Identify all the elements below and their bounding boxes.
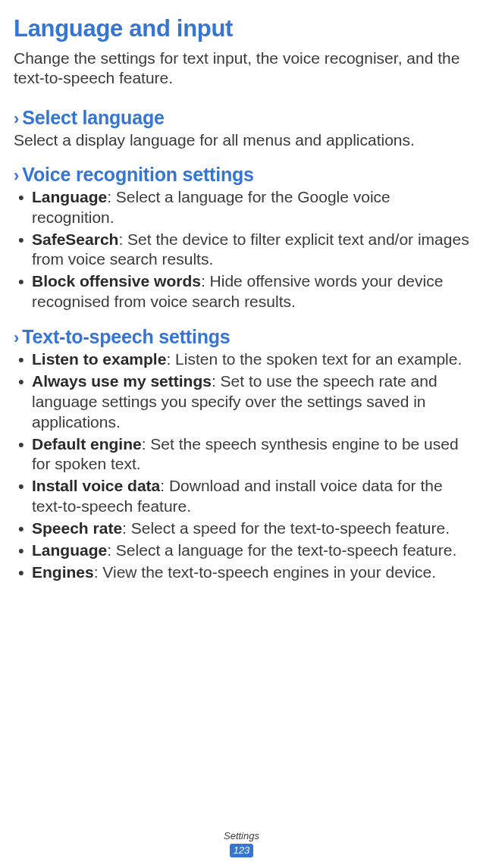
list-item: Default engine: Set the speech synthesis… bbox=[14, 434, 469, 475]
item-term: SafeSearch bbox=[32, 230, 118, 248]
section-tts: › Text-to-speech settings Listen to exam… bbox=[14, 326, 469, 583]
item-term: Engines bbox=[32, 563, 94, 581]
list-item: Listen to example: Listen to the spoken … bbox=[14, 349, 469, 370]
list-item: Block offensive words: Hide offensive wo… bbox=[14, 271, 469, 312]
subheading-row: › Text-to-speech settings bbox=[14, 326, 469, 348]
tts-list: Listen to example: Listen to the spoken … bbox=[14, 349, 469, 583]
subheading-select-language: Select language bbox=[22, 107, 164, 129]
subheading-row: › Select language bbox=[14, 107, 469, 129]
page-number-badge: 123 bbox=[230, 844, 254, 857]
list-item: Engines: View the text-to-speech engines… bbox=[14, 562, 469, 583]
subheading-row: › Voice recognition settings bbox=[14, 164, 469, 186]
chevron-icon: › bbox=[14, 168, 19, 184]
intro-text: Change the settings for text input, the … bbox=[14, 49, 469, 89]
select-language-desc: Select a display language for all menus … bbox=[14, 130, 469, 150]
item-term: Speech rate bbox=[32, 519, 122, 537]
list-item: Language: Select a language for the text… bbox=[14, 541, 469, 561]
item-term: Default engine bbox=[32, 435, 142, 453]
subheading-voice-recognition: Voice recognition settings bbox=[22, 164, 254, 186]
item-term: Listen to example bbox=[32, 350, 166, 368]
item-term: Block offensive words bbox=[32, 272, 201, 290]
item-term: Install voice data bbox=[32, 477, 160, 494]
subheading-tts: Text-to-speech settings bbox=[22, 326, 230, 348]
section-voice-recognition: › Voice recognition settings Language: S… bbox=[14, 164, 469, 312]
item-desc: : Select a language for the text-to-spee… bbox=[107, 541, 456, 559]
item-term: Language bbox=[32, 188, 107, 205]
item-desc: : Select a speed for the text-to-speech … bbox=[122, 519, 450, 537]
list-item: Speech rate: Select a speed for the text… bbox=[14, 519, 469, 539]
chevron-icon: › bbox=[14, 111, 19, 127]
page-title: Language and input bbox=[14, 15, 469, 42]
chevron-icon: › bbox=[14, 330, 19, 346]
page-footer: Settings 123 bbox=[0, 830, 483, 857]
item-term: Always use my settings bbox=[32, 372, 212, 390]
footer-section-label: Settings bbox=[0, 830, 483, 841]
item-desc: : Listen to the spoken text for an examp… bbox=[166, 350, 462, 368]
item-term: Language bbox=[32, 541, 107, 559]
list-item: Language: Select a language for the Goog… bbox=[14, 187, 469, 228]
list-item: Always use my settings: Set to use the s… bbox=[14, 371, 469, 433]
voice-recognition-list: Language: Select a language for the Goog… bbox=[14, 187, 469, 312]
list-item: Install voice data: Download and install… bbox=[14, 476, 469, 517]
item-desc: : View the text-to-speech engines in you… bbox=[94, 563, 436, 581]
list-item: SafeSearch: Set the device to filter exp… bbox=[14, 230, 469, 271]
section-select-language: › Select language Select a display langu… bbox=[14, 107, 469, 150]
